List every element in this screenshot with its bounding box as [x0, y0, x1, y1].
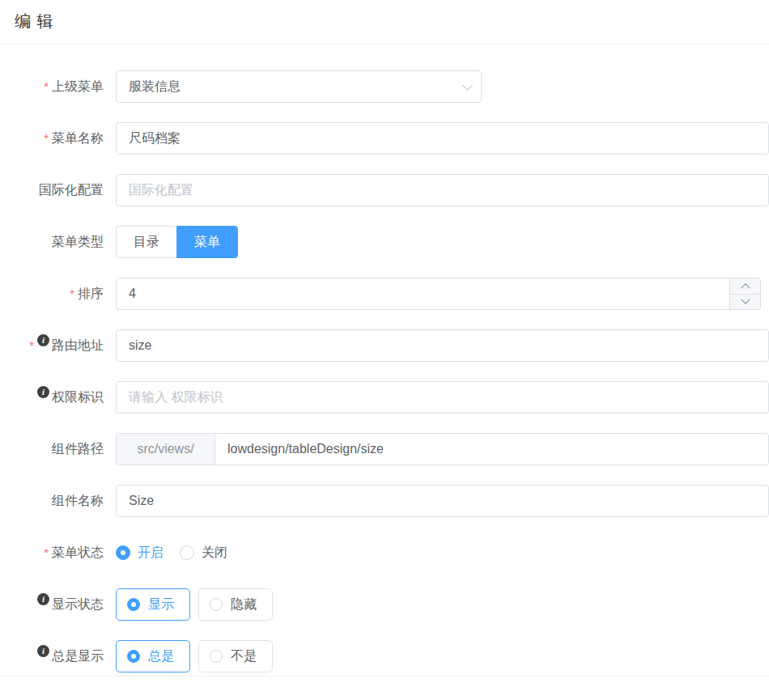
- field-sort: *排序: [0, 278, 769, 310]
- menu-type-directory-button[interactable]: 目录: [116, 226, 176, 258]
- edit-menu-form: *上级菜单 服装信息 *菜单名称 国际化配置 菜单类型 目录 菜单 *排序: [0, 45, 769, 677]
- info-icon[interactable]: i: [37, 593, 49, 605]
- field-route-path: *i路由地址: [0, 329, 769, 362]
- radio-checked-icon: [127, 650, 140, 663]
- field-menu-name: *菜单名称: [0, 122, 769, 155]
- required-asterisk: *: [29, 338, 34, 352]
- component-path-label: 组件路径: [0, 433, 104, 465]
- label-text: 总是显示: [52, 649, 104, 663]
- menu-name-label: *菜单名称: [0, 122, 104, 155]
- info-icon[interactable]: i: [37, 645, 49, 657]
- component-path-input[interactable]: [215, 434, 768, 465]
- decrease-button[interactable]: [730, 295, 760, 310]
- label-text: 路由地址: [52, 338, 104, 352]
- path-prefix: src/views/: [117, 434, 215, 465]
- increase-button[interactable]: [730, 278, 760, 295]
- field-i18n-config: 国际化配置: [0, 174, 769, 206]
- field-permission-id: i权限标识: [0, 381, 769, 414]
- parent-menu-select[interactable]: 服装信息: [116, 70, 482, 103]
- field-component-name: 组件名称: [0, 485, 769, 517]
- footer-divider: [0, 676, 769, 677]
- radio-label: 显示: [148, 596, 174, 613]
- radio-label: 不是: [231, 648, 257, 665]
- field-parent-menu: *上级菜单 服装信息: [0, 70, 769, 103]
- display-status-show-radio[interactable]: 显示: [116, 588, 190, 621]
- select-value: 服装信息: [129, 78, 181, 95]
- label-text: 国际化配置: [39, 183, 104, 197]
- menu-status-group: 开启 关闭: [116, 537, 244, 569]
- radio-checked-icon: [127, 598, 140, 611]
- always-show-yes-radio[interactable]: 总是: [116, 640, 190, 672]
- label-text: 菜单类型: [52, 235, 104, 248]
- permission-id-input[interactable]: [116, 381, 769, 414]
- sort-input[interactable]: [117, 279, 716, 308]
- menu-status-on-radio[interactable]: 开启: [116, 545, 164, 562]
- field-display-status: i显示状态 显示 隐藏: [0, 588, 769, 621]
- i18n-config-input[interactable]: [116, 174, 769, 206]
- display-status-hide-radio[interactable]: 隐藏: [198, 588, 273, 621]
- radio-checked-icon: [116, 545, 130, 560]
- radio-label: 开启: [138, 545, 164, 562]
- info-icon[interactable]: i: [37, 386, 49, 398]
- chevron-down-icon: [741, 295, 750, 303]
- chevron-up-icon: [741, 283, 750, 292]
- component-path-group: src/views/: [116, 433, 769, 465]
- sort-number-input: [116, 278, 761, 310]
- radio-unchecked-icon: [210, 650, 223, 663]
- route-path-label: *i路由地址: [0, 329, 104, 362]
- label-text: 权限标识: [52, 390, 104, 404]
- label-text: 上级菜单: [52, 79, 104, 93]
- required-asterisk: *: [70, 286, 74, 300]
- sort-label: *排序: [0, 278, 104, 310]
- permission-id-label: i权限标识: [0, 381, 104, 414]
- info-icon[interactable]: i: [37, 334, 49, 346]
- radio-unchecked-icon: [180, 545, 194, 560]
- required-asterisk: *: [44, 545, 49, 559]
- field-component-path: 组件路径 src/views/: [0, 433, 769, 465]
- sort-steppers: [729, 278, 760, 309]
- dialog-header: 编 辑: [0, 0, 769, 45]
- route-path-input[interactable]: [116, 329, 769, 362]
- component-name-label: 组件名称: [0, 485, 104, 517]
- label-text: 组件路径: [52, 442, 104, 456]
- menu-type-group: 目录 菜单: [116, 226, 238, 258]
- required-asterisk: *: [44, 131, 49, 145]
- required-asterisk: *: [44, 79, 49, 93]
- always-show-label: i总是显示: [0, 640, 104, 672]
- field-menu-type: 菜单类型 目录 菜单: [0, 226, 769, 258]
- radio-unchecked-icon: [210, 598, 223, 611]
- label-text: 排序: [78, 286, 104, 300]
- field-menu-status: *菜单状态 开启 关闭: [0, 537, 769, 569]
- label-text: 组件名称: [52, 494, 104, 507]
- radio-label: 总是: [148, 648, 174, 665]
- page-title: 编 辑: [15, 12, 54, 30]
- i18n-config-label: 国际化配置: [0, 174, 104, 206]
- menu-name-input[interactable]: [116, 122, 769, 155]
- field-always-show: i总是显示 总是 不是: [0, 640, 769, 672]
- display-status-group: 显示 隐藏: [116, 588, 281, 621]
- label-text: 菜单状态: [52, 545, 104, 559]
- menu-status-off-radio[interactable]: 关闭: [180, 545, 227, 562]
- always-show-no-radio[interactable]: 不是: [198, 640, 273, 672]
- radio-label: 隐藏: [231, 596, 257, 613]
- always-show-group: 总是 不是: [116, 640, 281, 672]
- menu-type-menu-button[interactable]: 菜单: [176, 226, 238, 258]
- component-name-input[interactable]: [116, 485, 769, 517]
- menu-type-label: 菜单类型: [0, 226, 104, 258]
- label-text: 菜单名称: [52, 131, 104, 145]
- menu-status-label: *菜单状态: [0, 537, 104, 569]
- display-status-label: i显示状态: [0, 588, 104, 621]
- label-text: 显示状态: [52, 597, 104, 611]
- chevron-down-icon: [462, 80, 473, 91]
- radio-label: 关闭: [202, 545, 227, 562]
- parent-menu-label: *上级菜单: [0, 70, 104, 103]
